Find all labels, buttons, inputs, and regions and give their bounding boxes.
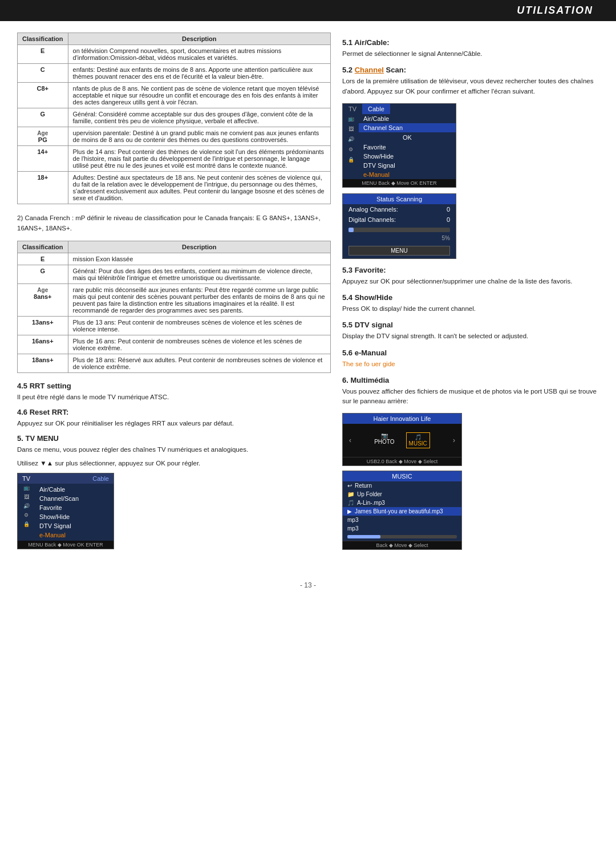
table-row: 14+ Plus de 14 ans: Peut contenir des th…: [18, 146, 331, 172]
table-row: 18+ Adultes: Destiné aux spectateurs de …: [18, 172, 331, 204]
menu-tab-tv: TV: [22, 475, 30, 482]
page-number: - 13 -: [0, 581, 616, 589]
status-scanning-box: Status Scanning Analog Channels: 0 Digit…: [342, 193, 456, 259]
dtv-signal-text: Display the DTV signal strength. It can'…: [342, 331, 599, 341]
table-row: E mission Exon klassée: [18, 253, 331, 265]
rrt-setting-section: 4.5 RRT setting Il peut être réglé dans …: [17, 382, 331, 429]
cs-item-favorite: Favorite: [359, 143, 456, 152]
channel-scan-section: 5.2 Channel Scan: Lors de la première ut…: [342, 66, 599, 96]
haier-nav-bar: USB2.0 Back ◆ Move ◆ Select: [343, 457, 461, 465]
cs-nav-bar: MENU Back ◆ Move OK ENTER: [343, 179, 456, 187]
header-title: UTILISATION: [517, 5, 593, 16]
arrow-left-icon: ‹: [349, 436, 351, 444]
menu-item-favorite: Favorite: [35, 503, 114, 512]
tv-menu-text2: Utilisez ▼▲ sur plus sélectionner, appuy…: [17, 459, 331, 468]
cs-sidebar-picture: 🖼: [348, 126, 354, 132]
page-header: UTILISATION: [0, 0, 616, 21]
cs-sidebar-lock: 🔒: [348, 157, 354, 163]
music-file-icon: 🎵: [347, 500, 354, 506]
show-hide-text: Press OK to display/ hide the current ch…: [342, 304, 599, 314]
air-cable-text: Permet de sélectionner le signal Antenne…: [342, 49, 599, 59]
photo-icon: 📷 PHOTO: [374, 432, 394, 448]
menu-item-aircable: Air/Cable: [35, 485, 114, 494]
table-row: Age8ans+ rare public mis déconseillé aux…: [18, 283, 331, 316]
music-header: MUSIC: [343, 471, 461, 481]
menu-item-dtvsignal: DTV Signal: [35, 521, 114, 530]
analog-channels-row: Analog Channels: 0: [343, 204, 456, 214]
show-hide-heading: 5.4 Show/Hide: [342, 293, 599, 302]
music-row-jamesblunt: ▶ James Blunt-you are beautiful.mp3: [343, 507, 461, 516]
menu-nav-bar: MENU Back ◆ Move OK ENTER: [18, 541, 114, 549]
tv-menu-mockup: TV Cable 📺 🖼 🔊 ⚙ 🔒 Air/Cable Channel/Sca…: [17, 473, 114, 549]
music-row-mp3-2: mp3: [343, 524, 461, 533]
multimedia-heading: 6. Multimédia: [342, 376, 599, 384]
music-icon-selected: 🎵 MUSIC: [406, 432, 430, 448]
e-manual-text: The se fo uer gide: [342, 359, 599, 369]
table1-col2-header: Description: [68, 33, 330, 45]
cs-item-showhide: Show/Hide: [359, 152, 456, 161]
arrow-right-icon: ›: [453, 436, 455, 444]
digital-value: 0: [447, 216, 450, 223]
menu-items-list: Air/Cable Channel/Scan Favorite Show/Hid…: [35, 484, 114, 541]
cs-item-dtvsignal: DTV Signal: [359, 161, 456, 170]
music-list-mockup: MUSIC ↩ Return 📁 Up Folder 🎵 A-Lin-.mp3 …: [342, 471, 462, 550]
table1-col1-header: Classification: [18, 33, 68, 45]
table-row: C enfants: Destiné aux enfants de moins …: [18, 64, 331, 83]
cs-header: TV Cable: [343, 104, 456, 114]
favorite-text: Appuyez sur OK pour sélectionner/supprim…: [342, 277, 599, 286]
sidebar-icon-lock: 🔒: [23, 521, 30, 527]
table-row: 13ans+ Plus de 13 ans: Peut contenir de …: [18, 316, 331, 335]
sidebar-icon-setup: ⚙: [24, 512, 29, 518]
music-row-mp3-1: mp3: [343, 516, 461, 524]
menu-tab-cable: Cable: [92, 475, 109, 482]
music-play-icon: ▶: [347, 508, 352, 514]
menu-mockup-header: TV Cable: [18, 473, 114, 484]
table-row: E on télévision Comprend nouvelles, spor…: [18, 45, 331, 64]
cs-item-aircable: Air/Cable: [359, 114, 456, 123]
favorite-section: 5.3 Favorite: Appuyez sur OK pour sélect…: [342, 266, 599, 286]
tv-menu-section: 5. TV MENU Dans ce menu, vous pouvez rég…: [17, 434, 331, 468]
table-row: C8+ nfants de plus de 8 ans. Ne contient…: [18, 83, 331, 108]
cs-sidebar-setup: ⚙: [348, 147, 353, 152]
menu-item-emanual: e-Manual: [35, 530, 114, 540]
canada-note: 2) Canada French : mP définir le niveau …: [17, 213, 331, 234]
sidebar-icon-audio: 🔊: [23, 503, 30, 509]
table-row: AgePG upervision parentale: Destiné à un…: [18, 127, 331, 146]
cs-item-emanual: e-Manual: [359, 170, 456, 179]
channel-scan-mockup: TV Cable 📺 🖼 🔊 ⚙ 🔒 Air/Cable Channel Sca…: [342, 103, 456, 188]
folder-icon: 📁: [347, 491, 354, 497]
haier-multimedia-mockup: Haier Innovation Life ‹ 📷 PHOTO 🎵 MUSIC: [342, 413, 462, 466]
cs-sidebar-audio: 🔊: [348, 136, 354, 142]
table-row: G Général: Considéré comme acceptable su…: [18, 108, 331, 127]
e-manual-section: 5.6 e-Manual The se fo uer gide: [342, 349, 599, 369]
menu-item-channelscan: Channel/Scan: [35, 494, 114, 503]
dtv-signal-section: 5.5 DTV signal Display the DTV signal st…: [342, 321, 599, 341]
air-cable-heading: 5.1 Air/Cable:: [342, 38, 599, 47]
music-row-alin: 🎵 A-Lin-.mp3: [343, 499, 461, 507]
channel-scan-heading: 5.2 Channel Scan:: [342, 66, 599, 74]
table2-col2-header: Description: [68, 241, 330, 253]
air-cable-section: 5.1 Air/Cable: Permet de sélectionner le…: [342, 38, 599, 59]
sidebar-icon-tv: 📺: [23, 485, 30, 491]
music-row-return: ↩ Return: [343, 481, 461, 490]
music-progress-fill: [347, 535, 380, 538]
table-row: G Général: Pour dus des âges des tes enf…: [18, 265, 331, 283]
analog-label: Analog Channels:: [348, 206, 398, 213]
menu-sidebar-icons: 📺 🖼 🔊 ⚙ 🔒: [18, 484, 35, 541]
music-nav-bar: Back ◆ Move ◆ Select: [343, 541, 461, 549]
cs-item-channelscan: Channel Scan: [359, 123, 456, 132]
cs-tab-tv: TV: [343, 104, 362, 114]
music-progress-bar: [347, 535, 457, 538]
digital-channels-row: Digital Channels: 0: [343, 214, 456, 225]
cs-sidebar-tv: 📺: [348, 116, 354, 121]
haier-nav-row: ‹ 📷 PHOTO 🎵 MUSIC ›: [346, 427, 459, 454]
haier-content: ‹ 📷 PHOTO 🎵 MUSIC ›: [343, 424, 461, 457]
tv-menu-text1: Dans ce menu, vous pouvez régler des cha…: [17, 445, 331, 455]
scan-progress-bar: [348, 228, 450, 232]
scan-menu-button[interactable]: MENU: [348, 246, 450, 256]
sidebar-icon-picture: 🖼: [24, 494, 29, 500]
show-hide-section: 5.4 Show/Hide Press OK to display/ hide …: [342, 293, 599, 314]
cs-tab-cable: Cable: [362, 104, 390, 114]
reset-rrt-heading: 4.6 Reset RRT:: [17, 408, 331, 416]
menu-item-showhide: Show/Hide: [35, 512, 114, 521]
